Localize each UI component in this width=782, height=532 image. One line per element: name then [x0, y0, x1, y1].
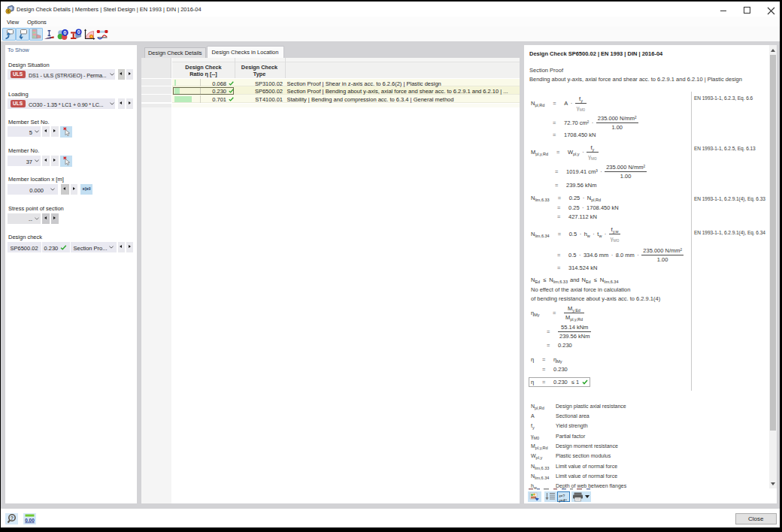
svg-text:0: 0 — [77, 29, 80, 35]
svg-text:6: 6 — [7, 9, 9, 14]
svg-text:y=4: y=4 — [559, 498, 565, 502]
svg-text:0: 0 — [63, 29, 66, 36]
svg-text:x=?: x=? — [559, 494, 565, 498]
svg-text:?: ? — [11, 515, 14, 521]
svg-text:0.00: 0.00 — [25, 518, 35, 523]
